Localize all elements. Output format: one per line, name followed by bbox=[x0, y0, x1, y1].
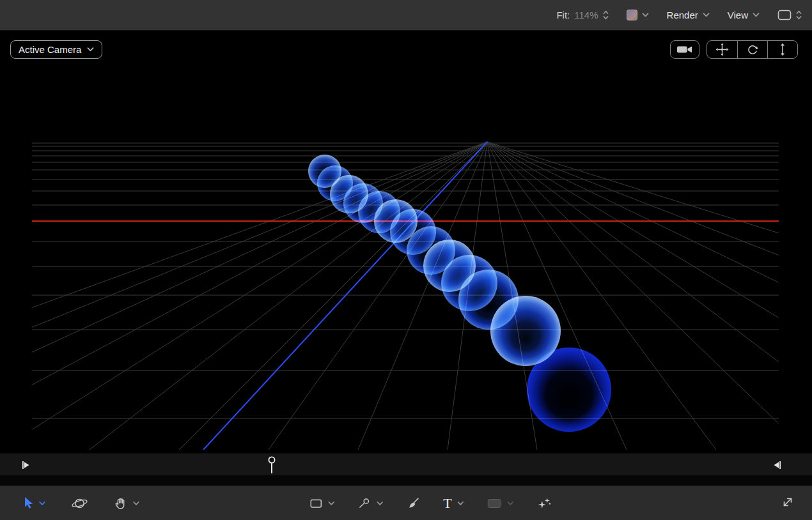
mini-timeline[interactable] bbox=[0, 454, 812, 475]
text-icon: T bbox=[443, 496, 451, 510]
tools-left-group bbox=[22, 486, 139, 520]
chevron-down-icon bbox=[87, 47, 94, 52]
camera-selector[interactable]: Active Camera bbox=[10, 40, 102, 59]
chevron-down-icon bbox=[133, 501, 139, 505]
move-icon bbox=[715, 43, 729, 56]
canvas-viewport[interactable]: Active Camera bbox=[0, 31, 812, 454]
chevron-down-icon bbox=[457, 501, 464, 505]
chevron-down-icon bbox=[507, 501, 513, 505]
view-menu-label: View bbox=[728, 10, 748, 20]
stepper-icon bbox=[796, 10, 802, 20]
rotate-icon bbox=[746, 43, 759, 56]
pan-view-button[interactable] bbox=[707, 41, 737, 58]
range-end-marker[interactable] bbox=[773, 461, 781, 470]
view-transform-group bbox=[707, 40, 798, 59]
range-start-marker[interactable] bbox=[22, 461, 30, 470]
chevron-down-icon bbox=[703, 13, 710, 17]
particles-tool[interactable] bbox=[536, 496, 552, 511]
camera-selector-label: Active Camera bbox=[19, 44, 81, 55]
hand-icon bbox=[114, 496, 128, 510]
bezier-tool[interactable] bbox=[357, 496, 383, 510]
chevron-down-icon bbox=[328, 501, 334, 505]
bottom-toolbar: T bbox=[0, 486, 812, 520]
view-menu[interactable]: View bbox=[728, 10, 760, 20]
chevron-down-icon bbox=[642, 13, 649, 17]
stepper-icon bbox=[603, 10, 609, 20]
render-menu[interactable]: Render bbox=[667, 10, 710, 20]
top-toolbar: Fit: 114% Render View bbox=[0, 0, 812, 31]
rectangle-tool[interactable] bbox=[309, 496, 334, 510]
render-menu-label: Render bbox=[667, 10, 698, 20]
brush-icon bbox=[406, 496, 420, 510]
playhead[interactable] bbox=[267, 455, 276, 475]
orbit-view-button[interactable] bbox=[737, 41, 767, 58]
color-swatch-icon bbox=[627, 10, 637, 20]
viewport-tools bbox=[670, 40, 798, 59]
rectangle-icon bbox=[309, 496, 323, 510]
timeline-track bbox=[0, 475, 812, 486]
brush-tool[interactable] bbox=[406, 496, 420, 510]
color-swatch-control[interactable] bbox=[627, 10, 649, 20]
mask-icon bbox=[487, 497, 502, 510]
expand-icon bbox=[781, 496, 794, 509]
dolly-view-button[interactable] bbox=[767, 41, 797, 58]
orbit-3d-tool[interactable] bbox=[71, 496, 88, 511]
hand-tool[interactable] bbox=[114, 496, 139, 510]
zoom-fit-control[interactable]: Fit: 114% bbox=[556, 10, 608, 20]
fit-label: Fit: bbox=[556, 10, 570, 20]
bezier-icon bbox=[357, 496, 371, 510]
select-tool[interactable] bbox=[22, 496, 45, 510]
chevron-down-icon bbox=[753, 13, 760, 17]
motion-window: Fit: 114% Render View Active Camera bbox=[0, 0, 812, 520]
chevron-down-icon bbox=[39, 501, 45, 505]
layout-icon bbox=[777, 10, 792, 20]
chevron-down-icon bbox=[377, 501, 383, 505]
scene-svg[interactable] bbox=[0, 31, 812, 454]
text-tool[interactable]: T bbox=[443, 496, 463, 510]
orbit-icon bbox=[71, 496, 88, 511]
particles-icon bbox=[536, 496, 552, 511]
fit-value: 114% bbox=[574, 10, 598, 20]
mask-tool[interactable] bbox=[487, 497, 513, 510]
camera-view-button[interactable] bbox=[670, 40, 699, 59]
layout-control[interactable] bbox=[777, 10, 802, 20]
tools-center-group: T bbox=[309, 486, 551, 520]
select-arrow-icon bbox=[22, 496, 34, 510]
camera-icon bbox=[676, 44, 693, 55]
dolly-icon bbox=[777, 43, 788, 56]
expand-button[interactable] bbox=[781, 496, 794, 511]
